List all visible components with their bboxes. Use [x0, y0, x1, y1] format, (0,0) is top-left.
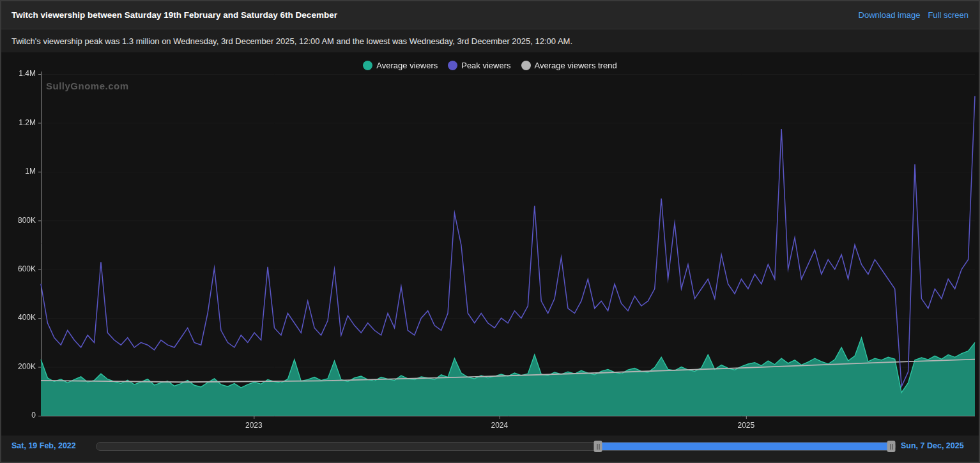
chart-summary-text: Twitch's viewership peak was 1.3 million… [11, 36, 572, 46]
average-viewers-dot-icon [363, 61, 372, 70]
sullygnome-watermark: SullyGnome.com [46, 80, 129, 91]
legend-label: Average viewers [376, 61, 438, 70]
chart-header: Twitch viewership between Saturday 19th … [1, 1, 979, 29]
full-screen-link[interactable]: Full screen [928, 10, 969, 20]
range-start-label: Sat, 19 Feb, 2022 [11, 441, 76, 450]
peak-viewers-dot-icon [448, 61, 457, 70]
range-slider-track[interactable] [96, 442, 896, 451]
page-title: Twitch viewership between Saturday 19th … [11, 10, 337, 20]
average-viewers-trend-dot-icon [521, 61, 531, 70]
legend-item-average-viewers[interactable]: Average viewers [363, 61, 438, 70]
range-slider-left-handle[interactable] [594, 441, 602, 452]
download-image-link[interactable]: Download image [859, 10, 921, 20]
date-range-slider-row: Sat, 19 Feb, 2022 Sun, 7 Dec, 2025 [1, 436, 979, 462]
chart-legend: Average viewers Peak viewers Average vie… [1, 56, 979, 74]
viewership-chart-canvas[interactable] [1, 52, 980, 436]
subtitle-band: Twitch's viewership peak was 1.3 million… [1, 30, 979, 52]
legend-label: Peak viewers [461, 61, 510, 70]
range-slider-selected-region[interactable] [598, 443, 891, 450]
app-frame: Twitch viewership between Saturday 19th … [0, 0, 980, 463]
range-slider-right-handle[interactable] [887, 441, 896, 452]
legend-label: Average viewers trend [535, 61, 617, 70]
range-end-label: Sun, 7 Dec, 2025 [901, 441, 964, 450]
header-links: Download image Full screen [859, 10, 969, 20]
legend-item-peak-viewers[interactable]: Peak viewers [448, 61, 510, 70]
chart-area: Average viewers Peak viewers Average vie… [1, 52, 979, 436]
legend-item-average-viewers-trend[interactable]: Average viewers trend [521, 61, 617, 70]
